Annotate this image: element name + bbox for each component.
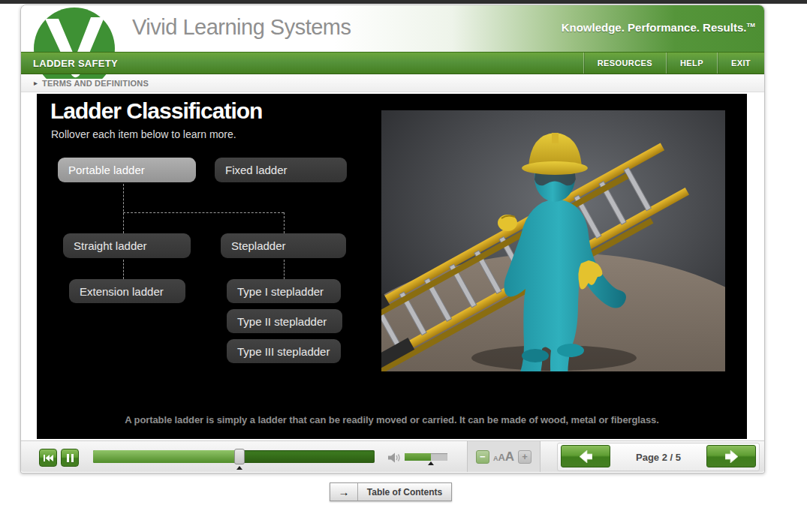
- tree-item-straight-ladder[interactable]: Straight ladder: [63, 233, 191, 258]
- volume-icon[interactable]: [388, 452, 401, 466]
- tree-item-extension-ladder[interactable]: Extension ladder: [69, 279, 185, 303]
- pause-button[interactable]: [61, 449, 79, 467]
- tree-item-portable-ladder[interactable]: Portable ladder: [58, 158, 196, 182]
- progress-marker-icon: [236, 466, 242, 470]
- sample-letter: A: [505, 449, 514, 464]
- sample-letter: A: [498, 452, 504, 463]
- menu-item-exit[interactable]: EXIT: [717, 53, 764, 74]
- volume-slider[interactable]: [405, 453, 447, 461]
- pause-icon: [67, 454, 74, 462]
- text-size-increase-button[interactable]: +: [518, 450, 531, 464]
- menu-item-resources[interactable]: RESOURCES: [583, 53, 666, 74]
- arrow-right-icon: [725, 450, 738, 463]
- tree-connector: [123, 260, 124, 279]
- breadcrumb-label: TERMS AND DEFINITIONS: [42, 79, 149, 88]
- breadcrumb-arrow-icon: ▸: [34, 79, 38, 87]
- table-of-contents-button[interactable]: → Table of Contents: [330, 482, 452, 501]
- arrow-left-icon: [580, 450, 592, 463]
- app-window: Vivid Learning Systems Knowledge. Perfor…: [20, 5, 765, 473]
- menu-bar: LADDER SAFETY RESOURCES HELP EXIT: [21, 52, 764, 74]
- volume-fill: [405, 453, 431, 461]
- header: Vivid Learning Systems Knowledge. Perfor…: [21, 5, 764, 52]
- tree-connector: [284, 212, 285, 233]
- rollover-caption: A portable ladder is simply a ladder tha…: [37, 414, 747, 425]
- breadcrumb: ▸ TERMS AND DEFINITIONS: [21, 74, 764, 92]
- tagline-text: Knowledge. Performance. Results.: [562, 21, 747, 34]
- brand-name: Vivid Learning Systems: [132, 15, 351, 40]
- toc-arrow-icon: →: [330, 483, 358, 500]
- tree-item-type1-stepladder[interactable]: Type I stepladder: [227, 279, 341, 303]
- tree-connector: [123, 212, 284, 213]
- rewind-icon: [44, 454, 53, 462]
- progress-fill: [93, 450, 239, 463]
- tree-connector: [284, 260, 285, 279]
- lesson-stage: Ladder Classification Rollover each item…: [37, 94, 747, 439]
- tree-item-fixed-ladder[interactable]: Fixed ladder: [215, 158, 347, 182]
- next-page-button[interactable]: [706, 445, 756, 467]
- previous-page-button[interactable]: [561, 445, 610, 467]
- menu-item-help[interactable]: HELP: [666, 53, 717, 74]
- page-navigation: Page 2 / 5: [557, 443, 760, 471]
- page-title: Ladder Classification: [50, 98, 262, 124]
- tree-item-type3-stepladder[interactable]: Type III stepladder: [227, 339, 341, 363]
- toc-label: Table of Contents: [358, 483, 451, 500]
- tree-item-stepladder[interactable]: Stepladder: [221, 233, 346, 258]
- course-title: LADDER SAFETY: [33, 58, 118, 69]
- menu: RESOURCES HELP EXIT: [583, 53, 764, 74]
- page-subtitle: Rollover each item below to learn more.: [51, 128, 236, 140]
- volume-marker-icon: [428, 461, 434, 465]
- tree-item-type2-stepladder[interactable]: Type II stepladder: [227, 309, 342, 333]
- trademark-symbol: TM: [746, 22, 755, 29]
- tagline: Knowledge. Performance. Results.TM: [562, 21, 755, 34]
- text-size-decrease-button[interactable]: −: [476, 450, 489, 464]
- progress-bar[interactable]: [93, 450, 375, 463]
- progress-handle[interactable]: [234, 449, 245, 464]
- text-size-panel: − AAA +: [467, 441, 541, 472]
- scene-illustration: [381, 110, 725, 371]
- text-size-sample: AAA: [493, 449, 514, 464]
- rewind-button[interactable]: [39, 449, 57, 467]
- player-bar: − AAA + Page 2 / 5: [21, 440, 764, 472]
- browser-top-strip: [0, 0, 807, 4]
- tree-connector: [123, 184, 124, 233]
